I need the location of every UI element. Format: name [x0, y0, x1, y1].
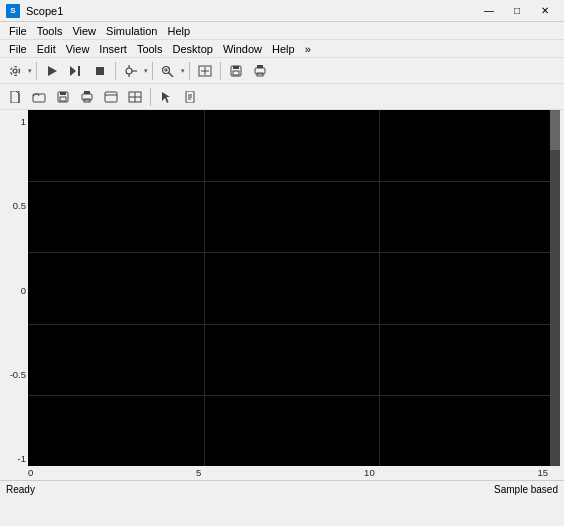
run-button[interactable] — [41, 60, 63, 82]
svg-marker-3 — [70, 66, 76, 76]
y-label-0: 0 — [21, 285, 26, 296]
menu-more[interactable]: » — [300, 42, 316, 56]
title-bar: S Scope1 — □ ✕ — [0, 0, 564, 22]
y-label-1: 1 — [21, 116, 26, 127]
dropdown-arrow-param[interactable]: ▾ — [144, 67, 148, 75]
menu-view-1[interactable]: View — [67, 24, 101, 38]
svg-rect-31 — [105, 92, 117, 102]
toolbar-separator-6 — [150, 88, 151, 106]
status-bar: Ready Sample based — [0, 480, 564, 498]
x-label-5: 5 — [196, 467, 201, 478]
menu-simulation[interactable]: Simulation — [101, 24, 162, 38]
toolbar-1: ▾ ▾ ▾ — [0, 58, 564, 84]
toolbar-separator-5 — [220, 62, 221, 80]
menu-desktop[interactable]: Desktop — [168, 42, 218, 56]
menu-bar-1: File Tools View Simulation Help — [0, 22, 564, 40]
menu-help-1[interactable]: Help — [162, 24, 195, 38]
zoom-button[interactable] — [157, 60, 179, 82]
x-label-10: 10 — [364, 467, 375, 478]
menu-help-2[interactable]: Help — [267, 42, 300, 56]
grid-line-h-1 — [28, 181, 560, 182]
app-icon: S — [6, 4, 20, 18]
toolbar-separator-2 — [115, 62, 116, 80]
minimize-button[interactable]: — — [476, 2, 502, 20]
y-label-neg-1: -1 — [18, 453, 26, 464]
menu-bar-2: File Edit View Insert Tools Desktop Wind… — [0, 40, 564, 58]
menu-file-2[interactable]: File — [4, 42, 32, 56]
stop-button[interactable] — [89, 60, 111, 82]
x-label-15: 15 — [537, 467, 548, 478]
grid-line-h-3 — [28, 324, 560, 325]
cursor-button[interactable] — [155, 86, 177, 108]
dropdown-arrow-zoom[interactable]: ▾ — [181, 67, 185, 75]
svg-point-1 — [11, 66, 20, 75]
step-forward-button[interactable] — [65, 60, 87, 82]
print-scope-button[interactable] — [249, 60, 271, 82]
maximize-button[interactable]: □ — [504, 2, 530, 20]
save-scope-button[interactable] — [225, 60, 247, 82]
svg-rect-19 — [233, 71, 239, 75]
menu-view-2[interactable]: View — [61, 42, 95, 56]
svg-line-11 — [169, 72, 174, 77]
x-axis-labels: 0 5 10 15 — [28, 466, 560, 478]
menu-tools-2[interactable]: Tools — [132, 42, 168, 56]
x-label-0: 0 — [28, 467, 33, 478]
menu-window[interactable]: Window — [218, 42, 267, 56]
plot-area: 1 0.5 0 -0.5 -1 0 5 10 15 — [0, 110, 564, 480]
svg-rect-18 — [233, 66, 239, 69]
svg-rect-26 — [60, 92, 66, 95]
window-title: Scope1 — [26, 5, 63, 17]
layout-button[interactable] — [124, 86, 146, 108]
svg-marker-2 — [48, 66, 57, 76]
param-button[interactable] — [120, 60, 142, 82]
y-axis-labels: 1 0.5 0 -0.5 -1 — [0, 110, 28, 480]
print-file-button[interactable] — [76, 86, 98, 108]
svg-rect-29 — [84, 91, 90, 94]
menu-tools-1[interactable]: Tools — [32, 24, 68, 38]
scrollbar-v[interactable] — [550, 110, 560, 466]
svg-point-6 — [126, 68, 132, 74]
svg-marker-36 — [162, 92, 170, 103]
menu-file-1[interactable]: File — [4, 24, 32, 38]
svg-point-0 — [13, 69, 17, 73]
grid-line-v-2 — [379, 110, 380, 466]
dropdown-arrow-settings[interactable]: ▾ — [28, 67, 32, 75]
toolbar-separator-4 — [189, 62, 190, 80]
menu-insert[interactable]: Insert — [94, 42, 132, 56]
svg-rect-27 — [60, 97, 66, 101]
fit-axes-button[interactable] — [194, 60, 216, 82]
menu-edit[interactable]: Edit — [32, 42, 61, 56]
svg-rect-5 — [96, 67, 104, 75]
new-file-button[interactable] — [4, 86, 26, 108]
settings-button[interactable] — [4, 60, 26, 82]
toolbar-separator-3 — [152, 62, 153, 80]
grid-line-v-1 — [204, 110, 205, 466]
toolbar-separator-1 — [36, 62, 37, 80]
scrollbar-thumb — [550, 110, 560, 150]
svg-rect-21 — [257, 65, 263, 68]
plot-canvas[interactable] — [28, 110, 560, 466]
save-file-button[interactable] — [52, 86, 74, 108]
grid-line-h-4 — [28, 395, 560, 396]
browser-button[interactable] — [100, 86, 122, 108]
plot-canvas-wrapper: 0 5 10 15 — [28, 110, 564, 480]
sample-mode-text: Sample based — [494, 484, 558, 495]
svg-rect-4 — [78, 66, 80, 76]
document-button[interactable] — [179, 86, 201, 108]
y-label-0-5: 0.5 — [13, 200, 26, 211]
open-file-button[interactable] — [28, 86, 50, 108]
y-label-neg-0-5: -0.5 — [10, 369, 26, 380]
toolbar-2 — [0, 84, 564, 110]
status-text: Ready — [6, 484, 35, 495]
grid-line-h-2 — [28, 252, 560, 253]
close-button[interactable]: ✕ — [532, 2, 558, 20]
